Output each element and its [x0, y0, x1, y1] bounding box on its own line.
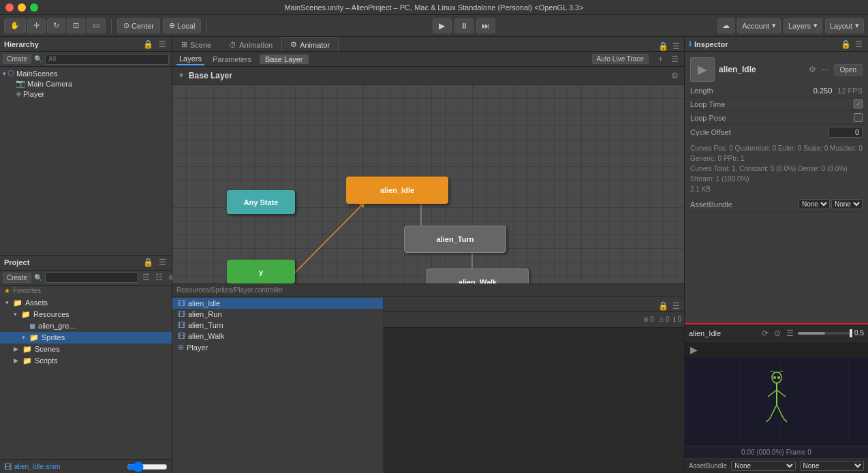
any-state-node[interactable]: Any State: [227, 190, 295, 214]
inspector-lock-icon[interactable]: 🔒: [839, 40, 852, 49]
preview-settings-icon[interactable]: ⊙: [773, 329, 782, 338]
project-item-scripts[interactable]: ▶ 📁 Scripts: [0, 355, 172, 367]
base-layer-header: ▼ Base Layer ⚙: [172, 67, 684, 85]
layers-subbar-btn[interactable]: Layers: [176, 53, 204, 65]
hierarchy-item-mainscenes[interactable]: ▾ ⬡ MainScenes: [0, 68, 172, 78]
alien-turn-node[interactable]: alien_Turn: [404, 226, 506, 253]
project-item-resources[interactable]: ▾ 📁 Resources: [0, 309, 172, 320]
footer-file-icon: 🎞: [4, 463, 12, 471]
console-status: ⊗ 0 ⚠ 0 ℹ 0: [643, 316, 681, 323]
inspector-gear-icon[interactable]: ⚙: [807, 65, 818, 74]
maximize-button[interactable]: [30, 3, 38, 12]
sprite-item-alien-idle[interactable]: 🎞 alien_Idle: [172, 298, 383, 309]
inspector-menu-icon[interactable]: ☰: [854, 40, 864, 49]
cloud-button[interactable]: ☁: [717, 18, 734, 33]
alien-walk-node[interactable]: alien_Walk: [427, 269, 529, 284]
project-item-assets[interactable]: ▾ 📁 Assets: [0, 297, 172, 309]
sprite-item-alien-turn[interactable]: 🎞 alien_Turn: [172, 320, 383, 331]
expand-arrow-icon: ▾: [3, 70, 6, 77]
entry-node[interactable]: y: [227, 260, 295, 284]
playback-controls: ▶ ⏸ ⏭: [213, 18, 715, 33]
assetbundle-select-2[interactable]: None: [831, 199, 863, 209]
assets-folder-icon: 📁: [13, 299, 22, 307]
step-button[interactable]: ⏭: [476, 18, 495, 33]
tab-animator[interactable]: ⚙ Animator: [281, 37, 339, 51]
project-view-toggle[interactable]: ☰: [141, 273, 151, 282]
hierarchy-search-input[interactable]: [45, 54, 169, 65]
project-toolbar: Create 🔍 ☰ ☷ ⊕: [0, 271, 172, 286]
animator-lock-icon[interactable]: 🔒: [657, 42, 670, 51]
tab-scene[interactable]: ⊞ Scene: [172, 37, 220, 51]
loop-time-label: Loop Time: [690, 100, 854, 108]
base-layer-collapse-icon[interactable]: ▼: [178, 72, 185, 79]
project-item-alien-gre[interactable]: ◼ alien_gre...: [0, 320, 172, 332]
sprite-item-alien-walk[interactable]: 🎞 alien_Walk: [172, 331, 383, 341]
entry-label: y: [259, 268, 263, 276]
preview-settings2-icon[interactable]: ☰: [785, 329, 795, 338]
scale-tool-button[interactable]: ⊡: [67, 18, 85, 33]
scene-icon: ⬡: [7, 69, 14, 78]
animator-subbar-menu-icon[interactable]: ☰: [670, 55, 680, 64]
svg-line-1: [294, 204, 363, 274]
project-create-button[interactable]: Create: [3, 273, 31, 283]
anim-preview-thumbnail[interactable]: ▶: [690, 57, 715, 82]
alien-idle-file-icon: 🎞: [178, 299, 185, 307]
console-lock-icon[interactable]: 🔒: [657, 301, 670, 311]
project-item-scenes[interactable]: ▶ 📁 Scenes: [0, 344, 172, 355]
inspector-assetbundle-row: AssetBundle None None: [687, 197, 865, 212]
local-icon: ⊕: [169, 21, 175, 30]
parameters-subbar-btn[interactable]: Parameters: [210, 54, 254, 65]
cycle-offset-input[interactable]: [828, 127, 863, 138]
hierarchy-create-button[interactable]: Create: [3, 54, 31, 64]
hierarchy-lock-icon[interactable]: 🔒: [142, 40, 155, 49]
rect-tool-button[interactable]: ▭: [87, 18, 106, 33]
pause-button[interactable]: ⏸: [454, 18, 474, 33]
move-tool-button[interactable]: ✛: [27, 18, 46, 33]
open-button[interactable]: Open: [834, 64, 863, 76]
preview-assetbundle-select2[interactable]: None: [800, 461, 864, 471]
sprite-item-alien-run[interactable]: 🎞 alien_Run: [172, 309, 383, 320]
auto-live-button[interactable]: Auto Live Trace: [592, 54, 649, 64]
project-search-input[interactable]: [45, 272, 138, 283]
layers-chevron-icon: ▾: [813, 21, 818, 30]
project-lock-icon[interactable]: 🔒: [142, 258, 155, 267]
project-item-sprites[interactable]: ▾ 📁 Sprites: [0, 332, 172, 344]
inspector-dots-icon[interactable]: ⋯: [820, 65, 831, 74]
layout-button[interactable]: Layout ▾: [825, 18, 864, 33]
preview-play-button[interactable]: ▶: [689, 344, 699, 355]
tab-animation[interactable]: ⏱ Animation: [220, 37, 281, 51]
center-button[interactable]: ⊙ Center: [117, 18, 160, 33]
animator-menu-icon[interactable]: ☰: [671, 42, 681, 51]
preview-scrubber[interactable]: [850, 329, 852, 337]
project-header-actions: 🔒 ☰: [142, 258, 168, 267]
hierarchy-header-actions: 🔒 ☰: [142, 40, 168, 49]
base-layer-gear-icon[interactable]: ⚙: [671, 71, 679, 80]
preview-assetbundle-select1[interactable]: None: [731, 461, 795, 471]
hierarchy-item-player[interactable]: ◈ Player: [0, 89, 172, 99]
alien-walk-label: alien_Walk: [459, 278, 497, 284]
hierarchy-title: Hierarchy: [4, 40, 39, 48]
minimize-button[interactable]: [18, 3, 26, 12]
hierarchy-menu-icon[interactable]: ☰: [157, 40, 168, 49]
local-button[interactable]: ⊕ Local: [163, 18, 201, 33]
preview-timeline-icon[interactable]: ⟳: [760, 329, 770, 338]
play-button[interactable]: ▶: [433, 18, 452, 33]
close-button[interactable]: [5, 3, 14, 12]
loop-pose-checkbox[interactable]: [854, 113, 863, 122]
loop-time-checkbox[interactable]: [854, 100, 863, 108]
zoom-slider[interactable]: [127, 461, 168, 472]
favorites-star-icon: ★: [4, 287, 10, 294]
animator-add-icon[interactable]: +: [657, 55, 664, 64]
hierarchy-panel: Hierarchy 🔒 ☰ Create 🔍 ▾ ⬡ MainScenes: [0, 37, 172, 256]
alien-idle-node[interactable]: alien_Idle: [346, 177, 448, 204]
hierarchy-item-camera[interactable]: 📷 Main Camera: [0, 78, 172, 89]
account-button[interactable]: Account ▾: [737, 18, 781, 33]
layers-button[interactable]: Layers ▾: [784, 18, 822, 33]
hand-tool-button[interactable]: ✋: [4, 18, 26, 33]
console-menu-icon[interactable]: ☰: [671, 301, 681, 311]
project-menu-icon[interactable]: ☰: [157, 258, 168, 267]
assetbundle-select-1[interactable]: None: [799, 199, 830, 209]
rotate-tool-button[interactable]: ↻: [47, 18, 65, 33]
project-filter-icon[interactable]: ☷: [154, 273, 164, 282]
sprite-item-player[interactable]: ⊕ Player: [172, 341, 383, 353]
